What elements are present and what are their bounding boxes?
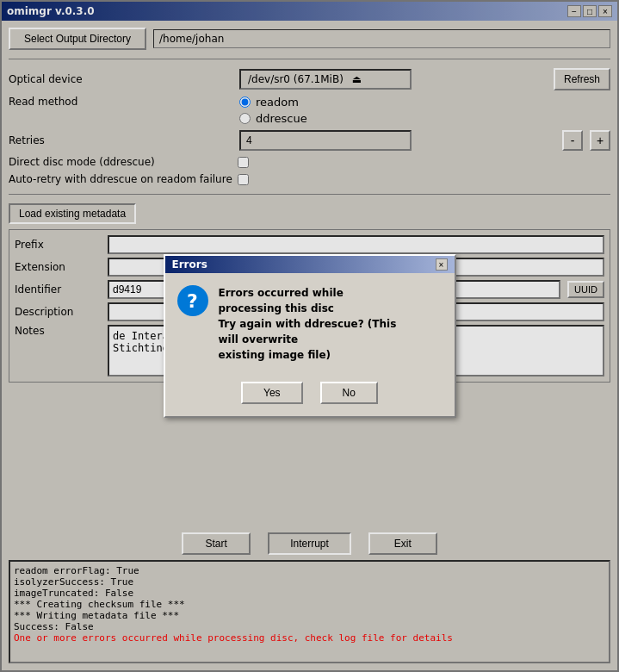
dialog-yes-button[interactable]: Yes (241, 382, 303, 404)
dialog-title-bar: Errors × (165, 256, 455, 273)
dialog-overlay: Errors × ? Errors occurred whileprocessi… (0, 0, 619, 672)
dialog-message: Errors occurred whileprocessing this dis… (219, 285, 397, 363)
error-dialog: Errors × ? Errors occurred whileprocessi… (164, 254, 456, 418)
dialog-body: ? Errors occurred whileprocessing this d… (165, 273, 455, 375)
dialog-buttons: Yes No (165, 375, 455, 416)
dialog-title-text: Errors (172, 258, 207, 271)
dialog-info-icon: ? (177, 285, 208, 316)
dialog-close-button[interactable]: × (436, 258, 448, 271)
dialog-icon-symbol: ? (187, 290, 198, 312)
dialog-no-button[interactable]: No (320, 382, 378, 404)
